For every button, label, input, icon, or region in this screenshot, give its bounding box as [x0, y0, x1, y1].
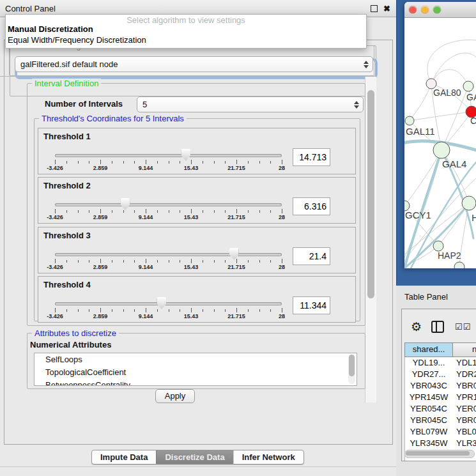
- number-of-intervals-combobox[interactable]: 5: [137, 96, 364, 112]
- column-header-shared-name[interactable]: shared...: [405, 343, 453, 357]
- slider-track[interactable]: [55, 203, 282, 206]
- horizontal-scrollbar[interactable]: [404, 450, 475, 458]
- mac-zoom-icon[interactable]: [433, 6, 441, 13]
- node-label: GA: [466, 92, 476, 102]
- table-row[interactable]: YBR045CYBR0: [405, 415, 476, 426]
- attributes-group: Attributes to discretize Numerical Attri…: [27, 333, 365, 389]
- divider: [0, 466, 396, 467]
- node-label: HAP2: [438, 250, 461, 261]
- node-label: GAL11: [406, 126, 435, 137]
- mac-minimize-icon[interactable]: [421, 6, 429, 13]
- table-row[interactable]: YBR043CYBR0: [405, 380, 476, 392]
- cell-name[interactable]: YLR3: [452, 438, 476, 449]
- threshold-value-field[interactable]: 11.344: [293, 296, 330, 314]
- dropdown-hint: Select algorithm to view settings: [6, 15, 366, 25]
- network-node[interactable]: [463, 81, 473, 91]
- cell-name[interactable]: YBL0: [452, 426, 476, 438]
- network-node[interactable]: [405, 116, 414, 125]
- dropdown-option[interactable]: Equal Width/Frequency Discretization: [8, 35, 146, 45]
- numerical-attributes-label: Numerical Attributes: [30, 340, 111, 349]
- cell-shared-name[interactable]: YDR27...: [405, 369, 452, 380]
- tab-discretize-data[interactable]: Discretize Data: [156, 450, 233, 464]
- apply-button[interactable]: Apply: [155, 389, 195, 403]
- threshold-value-field[interactable]: 21.4: [293, 247, 330, 265]
- table-data-value: galFiltered.sif default node: [20, 59, 118, 69]
- checkbox-icon: ☑: [455, 323, 463, 331]
- threshold-label: Threshold 1: [43, 132, 91, 141]
- cell-shared-name[interactable]: YBR045C: [405, 415, 452, 426]
- attribute-list-item[interactable]: TopologicalCoefficient: [35, 366, 357, 379]
- numerical-attributes-list[interactable]: SelfLoopsTopologicalCoefficientBetweenne…: [34, 353, 357, 386]
- threshold-value-field[interactable]: 14.713: [293, 148, 330, 166]
- node-label: H: [472, 212, 476, 223]
- table-row[interactable]: YPR145WYPR1: [405, 392, 476, 403]
- cell-name[interactable]: YDL1: [452, 357, 476, 369]
- cell-name[interactable]: YPR1: [452, 392, 476, 403]
- table-header[interactable]: shared... name: [404, 342, 476, 357]
- split-columns-icon[interactable]: [431, 321, 444, 333]
- column-header-name[interactable]: name: [453, 343, 476, 357]
- network-node[interactable]: [433, 142, 450, 158]
- combo-stepper-icon: [354, 101, 359, 109]
- table-panel-title: Table Panel: [404, 292, 448, 302]
- cell-shared-name[interactable]: YER054C: [405, 403, 452, 415]
- cytoscape-desktop: GAL80GACGAL11GAL4GCY1HHAP2: [396, 0, 476, 286]
- cell-shared-name[interactable]: YLR345W: [405, 438, 452, 449]
- network-node[interactable]: [462, 196, 476, 210]
- node-label: C: [470, 116, 476, 126]
- table-row[interactable]: YDL19...YDL1: [405, 357, 476, 369]
- close-icon[interactable]: ✖: [383, 4, 390, 13]
- tab-label: Infer Network: [242, 452, 295, 462]
- attribute-list-item[interactable]: SelfLoops: [35, 353, 357, 366]
- slider-track[interactable]: [55, 302, 282, 305]
- network-node[interactable]: [433, 241, 443, 251]
- settings-gear-icon[interactable]: ⚙: [411, 321, 422, 333]
- scrollbar-thumb[interactable]: [406, 451, 470, 456]
- slider-track[interactable]: [55, 253, 282, 256]
- threshold-panel: Threshold 1-3.4262.8599.14415.4321.71528…: [38, 128, 356, 174]
- list-scrollbar[interactable]: [348, 355, 355, 384]
- network-node[interactable]: [454, 262, 464, 268]
- cell-shared-name[interactable]: YBL079W: [405, 426, 452, 438]
- cell-shared-name[interactable]: YBR043C: [405, 380, 452, 392]
- tab-label: Impute Data: [100, 452, 148, 462]
- slider-ticks: [55, 209, 282, 214]
- table-data-group: Table Data galFiltered.sif default node: [9, 45, 374, 76]
- cell-name[interactable]: YBR0: [452, 380, 476, 392]
- table-row[interactable]: YLR345WYLR3: [405, 438, 476, 449]
- threshold-panel: Threshold 4-3.4262.8599.14415.4321.71528…: [38, 276, 356, 323]
- table-row[interactable]: YBL079WYBL0: [405, 426, 476, 438]
- network-view-window[interactable]: GAL80GACGAL11GAL4GCY1HHAP2: [404, 2, 476, 268]
- attribute-list-item[interactable]: BetweennessCentrality: [35, 379, 357, 386]
- vertical-scrollbar[interactable]: [365, 77, 376, 403]
- dropdown-option[interactable]: Manual Discretization: [8, 24, 93, 34]
- cell-name[interactable]: YBR0: [452, 415, 476, 426]
- table-row[interactable]: YER054CYER0: [405, 403, 476, 415]
- cell-shared-name[interactable]: YPR145W: [405, 392, 452, 403]
- thresholds-group-title: Threshold's Coordinates for 5 Intervals: [39, 114, 187, 123]
- bottom-tab-bar: Impute DataDiscretize DataInfer Network: [91, 450, 304, 464]
- threshold-label: Threshold 4: [43, 280, 91, 289]
- float-window-icon[interactable]: [371, 5, 378, 12]
- node-table: ⚙ ☑☑ shared... name YDL19...YDL1YDR27...…: [401, 309, 476, 461]
- slider-tick-labels: -3.4262.8599.14415.4321.71528: [55, 313, 282, 321]
- tab-infer-network[interactable]: Infer Network: [233, 450, 303, 464]
- tab-impute-data[interactable]: Impute Data: [92, 450, 156, 464]
- tab-label: Discretize Data: [165, 452, 224, 462]
- interval-definition-group: Interval Definition Number of Intervals …: [27, 83, 365, 326]
- network-window-titlebar: [404, 2, 476, 18]
- table-row[interactable]: YDR27...YDR2: [405, 369, 476, 380]
- cell-name[interactable]: YER0: [452, 403, 476, 415]
- attributes-group-title: Attributes to discretize: [32, 328, 119, 338]
- table-rows[interactable]: YDL19...YDL1YDR27...YDR2YBR043CYBR0YPR14…: [404, 357, 476, 461]
- slider-tick-labels: -3.4262.8599.14415.4321.71528: [55, 264, 282, 272]
- slider-track[interactable]: [55, 154, 282, 157]
- cell-shared-name[interactable]: YDL19...: [405, 357, 452, 369]
- table-data-combobox[interactable]: galFiltered.sif default node: [15, 56, 373, 72]
- threshold-value-field[interactable]: 6.316: [293, 197, 330, 215]
- network-canvas[interactable]: GAL80GACGAL11GAL4GCY1HHAP2: [404, 18, 476, 268]
- mac-close-icon[interactable]: [409, 6, 417, 13]
- scrollbar-thumb[interactable]: [367, 90, 374, 298]
- cell-name[interactable]: YDR2: [452, 369, 476, 380]
- checkbox-icons[interactable]: ☑☑: [455, 323, 470, 331]
